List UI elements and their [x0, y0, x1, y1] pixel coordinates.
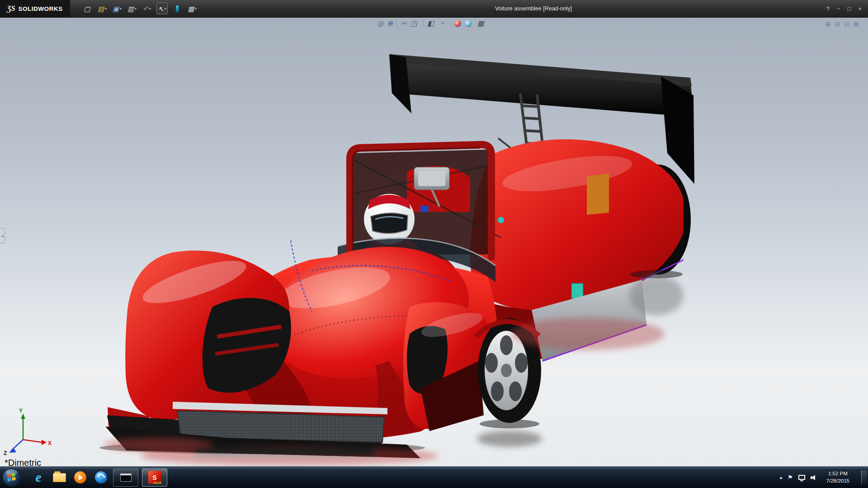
- heads-up-toolbar: ◎ ⊕ ✂ ◳▾ ◧▾ ◔▾ ▾ ▦▾: [377, 19, 486, 28]
- chevron-down-icon: ▾: [195, 7, 197, 11]
- window-controls: ? − □ ×: [826, 5, 868, 12]
- hide-show-icon: ◔: [440, 20, 444, 27]
- window-title: Voiture assemblee [Read-only]: [495, 5, 572, 12]
- ie-icon: e: [36, 470, 42, 485]
- edit-appearance-button[interactable]: [454, 20, 461, 27]
- chevron-down-icon: ▾: [434, 22, 436, 26]
- media-player-button[interactable]: [70, 468, 90, 488]
- view-cube-icon: ◳: [410, 20, 417, 27]
- toolbar-separator: [396, 19, 397, 28]
- print-icon: ▥: [127, 5, 134, 12]
- toolbar-separator: [450, 19, 451, 28]
- clock-date: 7/28/2015: [826, 478, 849, 485]
- toolbar-separator: [423, 19, 424, 28]
- save-icon: ▣: [113, 5, 119, 12]
- chevron-down-icon: ▾: [418, 22, 420, 26]
- new-document-icon: ▢: [84, 5, 90, 12]
- view-orientation-label: *Dimetric: [5, 458, 41, 468]
- start-button[interactable]: [2, 468, 21, 487]
- view-orientation-button[interactable]: ◳▾: [410, 20, 420, 27]
- command-prompt-icon: [120, 474, 132, 482]
- feature-tree-collapse-tab[interactable]: ◂: [0, 228, 5, 244]
- options-icon: ▦: [188, 5, 194, 12]
- undo-button[interactable]: ↶▾: [142, 3, 152, 14]
- triad-y-label: Y: [19, 408, 23, 414]
- rebuild-icon: [175, 5, 179, 13]
- volume-tray-icon[interactable]: [811, 474, 817, 480]
- apply-scene-button[interactable]: ▾: [465, 20, 474, 27]
- zoom-to-fit-button[interactable]: ◎: [377, 20, 383, 27]
- internet-explorer-button[interactable]: e: [28, 468, 49, 488]
- open-icon: ▤: [98, 5, 104, 12]
- solidworks-year: 2015: [153, 481, 161, 485]
- solidworks-letter: S: [152, 474, 156, 481]
- hide-show-items-button[interactable]: ◔▾: [440, 20, 447, 27]
- cockpit-orange-panel: [587, 174, 609, 215]
- display-style-icon: ◧: [427, 20, 434, 27]
- help-button[interactable]: ?: [826, 5, 830, 12]
- triad-x-label: X: [48, 440, 52, 446]
- open-button[interactable]: ▤▾: [97, 3, 108, 14]
- document-window-controls: ⊞ ⊟ ⊡ ⊠: [826, 20, 859, 28]
- solidworks-task-button[interactable]: S 2015: [142, 469, 167, 487]
- solidworks-logo: ƷS SOLIDWORKS: [0, 0, 70, 17]
- triad-z-label: Z: [4, 450, 7, 456]
- display-tray-icon[interactable]: [798, 475, 805, 480]
- view-settings-icon: ▦: [477, 20, 484, 27]
- taskbar: e S 2015 ▴ ⚑ 1:52 PM 7/28/2015: [0, 466, 868, 488]
- maximize-button[interactable]: □: [848, 5, 851, 12]
- doc-maximize-button[interactable]: ⊡: [844, 20, 850, 28]
- chevron-down-icon: ▾: [119, 7, 121, 11]
- zoom-to-area-button[interactable]: ⊕: [387, 20, 393, 27]
- zoom-area-icon: ⊕: [387, 20, 393, 27]
- folder-icon: [53, 473, 66, 482]
- show-desktop-button[interactable]: [861, 470, 867, 484]
- select-button[interactable]: ↖▾: [156, 3, 168, 14]
- graphics-area[interactable]: ◎ ⊕ ✂ ◳▾ ◧▾ ◔▾ ▾ ▦▾ ⊞ ⊟ ⊡ ⊠ ◂: [0, 18, 868, 466]
- doc-minimize-button[interactable]: ⊟: [835, 20, 840, 28]
- display-style-button[interactable]: ◧▾: [427, 20, 436, 27]
- windows-logo-icon: [7, 473, 16, 482]
- print-button[interactable]: ▥▾: [127, 3, 137, 14]
- minimize-button[interactable]: −: [837, 5, 840, 12]
- select-arrow-icon: ↖: [158, 5, 164, 12]
- chevron-down-icon: ▾: [485, 22, 486, 26]
- view-settings-button[interactable]: ▦▾: [477, 20, 486, 27]
- brand-name: SOLIDWORKS: [19, 5, 63, 12]
- solidworks-icon: S 2015: [148, 471, 161, 484]
- teal-dot: [498, 217, 504, 223]
- appearance-ball-icon: [454, 20, 461, 27]
- blue-swirl-icon: [95, 471, 107, 483]
- command-prompt-button[interactable]: [113, 469, 138, 487]
- main-toolbar: ▢ ▤▾ ▣▾ ▥▾ ↶▾ ↖▾ ▦▾: [82, 3, 198, 14]
- chevron-down-icon: ▾: [149, 7, 151, 11]
- blue-app-button[interactable]: [90, 468, 111, 488]
- chevron-down-icon: ▾: [164, 7, 166, 11]
- rebuild-button[interactable]: [172, 3, 183, 14]
- chevron-down-icon: ▾: [134, 7, 136, 11]
- chevron-down-icon: ▾: [445, 22, 447, 26]
- undo-icon: ↶: [143, 5, 149, 12]
- scene-ball-icon: [465, 20, 472, 27]
- taskbar-clock[interactable]: 1:52 PM 7/28/2015: [823, 470, 853, 484]
- show-hidden-icons-button[interactable]: ▴: [780, 474, 783, 480]
- file-explorer-button[interactable]: [49, 468, 70, 488]
- 3d-model-race-car[interactable]: Y X Z: [0, 18, 868, 466]
- system-tray: ▴ ⚑ 1:52 PM 7/28/2015: [780, 470, 868, 484]
- 3ds-logo-icon: ƷS: [7, 5, 15, 13]
- dash-display: [420, 206, 429, 212]
- close-button[interactable]: ×: [858, 5, 862, 12]
- section-view-button[interactable]: ✂: [401, 20, 406, 27]
- section-view-icon: ✂: [401, 20, 406, 27]
- save-button[interactable]: ▣▾: [112, 3, 123, 14]
- new-document-button[interactable]: ▢: [82, 3, 93, 14]
- action-center-flag-icon[interactable]: ⚑: [788, 474, 793, 481]
- doc-close-button[interactable]: ⊠: [854, 20, 859, 28]
- zoom-fit-icon: ◎: [377, 20, 383, 27]
- reference-triad: Y X Z: [4, 408, 52, 456]
- clock-time: 1:52 PM: [826, 470, 849, 478]
- doc-restore-button[interactable]: ⊞: [826, 20, 831, 28]
- chevron-down-icon: ▾: [104, 7, 106, 11]
- options-button[interactable]: ▦▾: [187, 3, 198, 14]
- titlebar: ƷS SOLIDWORKS ▢ ▤▾ ▣▾ ▥▾ ↶▾ ↖▾ ▦▾ Voitur…: [0, 0, 868, 18]
